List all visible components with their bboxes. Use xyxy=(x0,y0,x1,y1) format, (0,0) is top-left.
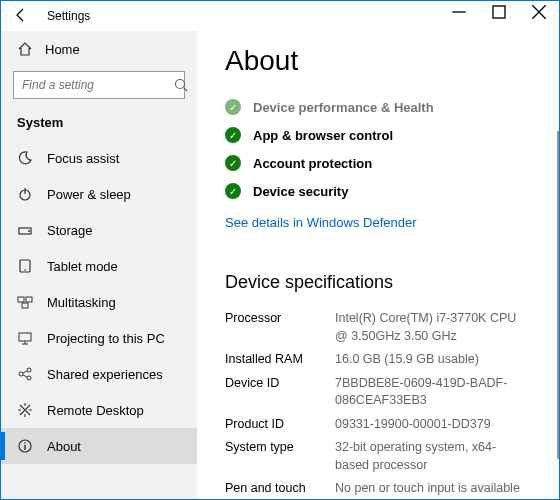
check-label: Device performance & Health xyxy=(253,100,434,115)
nav-label: Power & sleep xyxy=(47,187,131,202)
spec-value: 32-bit operating system, x64-based proce… xyxy=(335,439,529,474)
svg-rect-11 xyxy=(26,297,32,302)
nav-label: Tablet mode xyxy=(47,259,118,274)
nav-label: Multitasking xyxy=(47,295,116,310)
spec-value: 16.0 GB (15.9 GB usable) xyxy=(335,351,479,369)
search-field[interactable] xyxy=(22,78,173,92)
svg-rect-10 xyxy=(18,297,24,302)
spec-key: Installed RAM xyxy=(225,351,335,369)
check-icon: ✓ xyxy=(225,155,241,171)
nav-label: Storage xyxy=(47,223,93,238)
search-icon xyxy=(173,77,189,93)
nav-label: Projecting to this PC xyxy=(47,331,165,346)
spec-key: System type xyxy=(225,439,335,474)
scrollbar[interactable] xyxy=(557,131,559,459)
home-icon xyxy=(17,41,33,57)
share-icon xyxy=(17,366,33,382)
close-button[interactable] xyxy=(519,1,559,31)
moon-icon xyxy=(17,150,33,166)
arrow-left-icon xyxy=(13,7,29,23)
check-row-performance: ✓ Device performance & Health xyxy=(225,93,529,121)
nav-projecting[interactable]: Projecting to this PC xyxy=(1,320,197,356)
spec-key: Processor xyxy=(225,310,335,345)
nav-label: Remote Desktop xyxy=(47,403,144,418)
nav-label: About xyxy=(47,439,81,454)
svg-rect-12 xyxy=(22,303,28,308)
check-row-device-security: ✓ Device security xyxy=(225,177,529,205)
minimize-button[interactable] xyxy=(439,1,479,31)
svg-point-15 xyxy=(27,368,31,372)
nav-label: Focus assist xyxy=(47,151,119,166)
storage-icon xyxy=(17,222,33,238)
nav-label: Shared experiences xyxy=(47,367,163,382)
svg-point-2 xyxy=(176,80,185,89)
minimize-icon xyxy=(451,4,467,20)
window-title: Settings xyxy=(41,9,439,23)
svg-rect-1 xyxy=(493,6,505,18)
multitasking-icon xyxy=(17,294,33,310)
svg-point-16 xyxy=(27,376,31,380)
svg-rect-13 xyxy=(19,333,31,341)
check-label: Device security xyxy=(253,184,348,199)
spec-row: Product ID09331-19900-00001-DD379 xyxy=(225,413,529,437)
info-icon xyxy=(17,438,33,454)
page-title: About xyxy=(225,45,529,77)
defender-link[interactable]: See details in Windows Defender xyxy=(225,205,417,236)
svg-point-18 xyxy=(24,442,26,444)
spec-heading: Device specifications xyxy=(225,272,529,293)
close-icon xyxy=(531,4,547,20)
nav-tablet-mode[interactable]: Tablet mode xyxy=(1,248,197,284)
nav-list: Focus assist Power & sleep Storage Table… xyxy=(1,140,197,499)
spec-row: System type32-bit operating system, x64-… xyxy=(225,436,529,477)
projecting-icon xyxy=(17,330,33,346)
nav-remote-desktop[interactable]: Remote Desktop xyxy=(1,392,197,428)
spec-key: Product ID xyxy=(225,416,335,434)
spec-row: ProcessorIntel(R) Core(TM) i7-3770K CPU … xyxy=(225,307,529,348)
remote-desktop-icon xyxy=(17,402,33,418)
check-icon: ✓ xyxy=(225,99,241,115)
check-icon: ✓ xyxy=(225,127,241,143)
nav-multitasking[interactable]: Multitasking xyxy=(1,284,197,320)
check-label: App & browser control xyxy=(253,128,393,143)
sidebar: Home System Focus assist Power & xyxy=(1,31,197,499)
nav-storage[interactable]: Storage xyxy=(1,212,197,248)
title-bar: Settings xyxy=(1,1,559,31)
power-icon xyxy=(17,186,33,202)
check-icon: ✓ xyxy=(225,183,241,199)
spec-value: 09331-19900-00001-DD379 xyxy=(335,416,491,434)
nav-shared-experiences[interactable]: Shared experiences xyxy=(1,356,197,392)
maximize-button[interactable] xyxy=(479,1,519,31)
content-area: About ✓ Device performance & Health ✓ Ap… xyxy=(197,31,559,499)
spec-row: Pen and touchNo pen or touch input is av… xyxy=(225,477,529,499)
spec-key: Pen and touch xyxy=(225,480,335,499)
search-input[interactable] xyxy=(13,71,185,99)
spec-key: Device ID xyxy=(225,375,335,410)
spec-row: Device ID7BBDBE8E-0609-419D-BADF-086CEAF… xyxy=(225,372,529,413)
spec-value: 7BBDBE8E-0609-419D-BADF-086CEAF33EB3 xyxy=(335,375,529,410)
maximize-icon xyxy=(491,4,507,20)
nav-focus-assist[interactable]: Focus assist xyxy=(1,140,197,176)
check-row-account: ✓ Account protection xyxy=(225,149,529,177)
spec-row: Installed RAM16.0 GB (15.9 GB usable) xyxy=(225,348,529,372)
svg-point-9 xyxy=(24,269,26,271)
spec-value: Intel(R) Core(TM) i7-3770K CPU @ 3.50GHz… xyxy=(335,310,529,345)
check-label: Account protection xyxy=(253,156,372,171)
nav-power-sleep[interactable]: Power & sleep xyxy=(1,176,197,212)
nav-about[interactable]: About xyxy=(1,428,197,464)
tablet-icon xyxy=(17,258,33,274)
spec-value: No pen or touch input is available for t… xyxy=(335,480,529,499)
svg-point-14 xyxy=(19,372,23,376)
check-row-app-browser: ✓ App & browser control xyxy=(225,121,529,149)
back-button[interactable] xyxy=(1,7,41,26)
svg-line-3 xyxy=(184,88,188,92)
home-button[interactable]: Home xyxy=(1,31,197,67)
home-label: Home xyxy=(45,42,80,57)
section-header: System xyxy=(1,109,197,140)
svg-point-7 xyxy=(28,230,30,232)
